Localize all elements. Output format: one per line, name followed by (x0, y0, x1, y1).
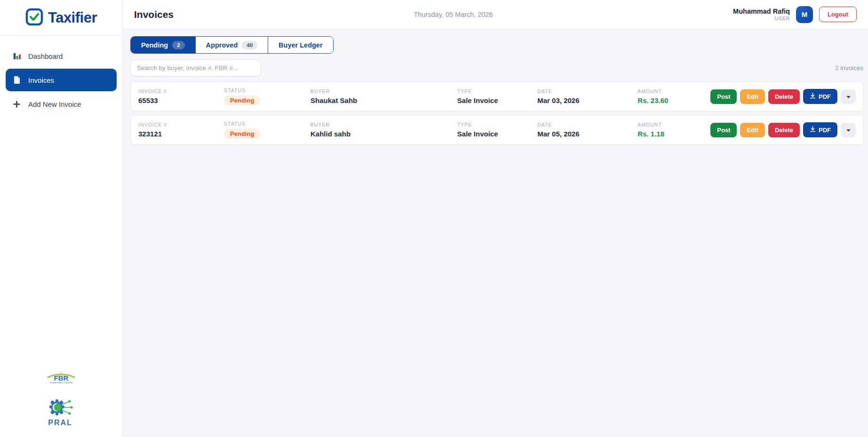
delete-button[interactable]: Delete (768, 123, 800, 137)
sidebar-item-label: Invoices (28, 76, 54, 84)
row-actions: Post Edit Delete PDF (710, 122, 856, 137)
tab-pending[interactable]: Pending 2 (131, 37, 196, 53)
avatar[interactable]: M (796, 6, 813, 23)
tab-label: Approved (206, 41, 238, 49)
edit-button[interactable]: Edit (740, 123, 765, 137)
user-role: USER (733, 16, 790, 22)
main: Invoices Thursday, 05 March, 2026 Muhamm… (123, 0, 868, 437)
logout-button[interactable]: Logout (819, 7, 857, 22)
status-cell: STATUS Pending (224, 87, 311, 105)
buyer-cell: BUYER Kahlid sahb (311, 122, 457, 138)
edit-button[interactable]: Edit (740, 89, 765, 104)
tab-approved-count-badge: 40 (242, 41, 257, 49)
buyer-cell: BUYER Shaukat Sahb (311, 88, 457, 104)
post-button[interactable]: Post (710, 123, 737, 137)
date-cell: DATE Mar 05, 2026 (537, 122, 637, 138)
tab-pending-count-badge: 2 (172, 41, 184, 49)
document-icon (12, 76, 21, 85)
date-cell: DATE Mar 03, 2026 (537, 88, 637, 104)
svg-text:FEDERAL BOARD OF REVENUE: FEDERAL BOARD OF REVENUE (50, 382, 72, 384)
page-title: Invoices (134, 9, 174, 20)
user-block: Muhammad Rafiq USER M Logout (733, 6, 857, 23)
invoice-row: INVOICE # 65533 STATUS Pending BUYER Sha… (130, 81, 864, 111)
status-cell: STATUS Pending (224, 121, 311, 139)
invoice-list: INVOICE # 65533 STATUS Pending BUYER Sha… (130, 81, 864, 145)
pral-circuit (62, 402, 71, 413)
invoice-number-cell: INVOICE # 323121 (138, 122, 224, 138)
tab-label: Pending (141, 41, 168, 49)
sidebar-item-add-new-invoice[interactable]: Add New Invoice (6, 94, 117, 114)
amount-cell: AMOUNT Rs. 23.60 (637, 88, 710, 104)
amount-cell: AMOUNT Rs. 1.18 (637, 122, 710, 138)
sidebar-item-label: Add New Invoice (28, 100, 81, 108)
bar-chart-icon (12, 52, 21, 61)
tab-label: Buyer Ledger (279, 41, 322, 49)
app-root: Taxifier Dashboard (0, 0, 868, 437)
delete-button[interactable]: Delete (768, 89, 800, 104)
sidebar-item-dashboard[interactable]: Dashboard (6, 46, 117, 66)
user-text: Muhammad Rafiq USER (733, 7, 790, 22)
invoice-number-cell: INVOICE # 65533 (138, 88, 224, 104)
header-date: Thursday, 05 March, 2026 (174, 11, 733, 18)
sidebar-footer: FBR FEDERAL BOARD OF REVENUE (0, 370, 122, 437)
chevron-down-icon (846, 93, 851, 100)
tab-buyer-ledger[interactable]: Buyer Ledger (268, 37, 333, 53)
type-cell: TYPE Sale Invoice (457, 122, 537, 138)
download-icon (810, 93, 816, 100)
tab-approved[interactable]: Approved 40 (196, 37, 268, 53)
status-badge: Pending (224, 129, 260, 139)
more-actions-button[interactable] (841, 89, 856, 104)
svg-text:FBR: FBR (54, 374, 69, 382)
sidebar-nav: Dashboard Invoices Add N (0, 36, 122, 114)
download-icon (810, 126, 816, 134)
app-logo-text: Taxifier (48, 9, 97, 26)
invoice-row: INVOICE # 323121 STATUS Pending BUYER Ka… (130, 115, 864, 145)
content: Pending 2 Approved 40 Buyer Ledger 2 inv… (123, 29, 868, 437)
sidebar-item-invoices[interactable]: Invoices (6, 69, 117, 91)
pral-gear (49, 399, 64, 415)
logo-checkbox-icon (25, 8, 43, 28)
pdf-button[interactable]: PDF (803, 89, 837, 104)
plus-icon (12, 100, 21, 109)
chevron-down-icon (846, 127, 851, 134)
sidebar-item-label: Dashboard (28, 52, 63, 60)
svg-text:PRAL: PRAL (48, 419, 72, 427)
user-name: Muhammad Rafiq (733, 7, 790, 16)
header: Invoices Thursday, 05 March, 2026 Muhamm… (123, 0, 868, 29)
status-badge: Pending (224, 95, 260, 105)
pral-logo: PRAL (48, 398, 74, 429)
post-button[interactable]: Post (710, 89, 737, 104)
pdf-button[interactable]: PDF (803, 122, 837, 137)
app-logo[interactable]: Taxifier (0, 0, 122, 35)
toolbar: 2 invoices (130, 60, 864, 76)
type-cell: TYPE Sale Invoice (457, 88, 537, 104)
tab-bar: Pending 2 Approved 40 Buyer Ledger (130, 36, 334, 54)
fbr-logo: FBR FEDERAL BOARD OF REVENUE (46, 370, 77, 388)
more-actions-button[interactable] (841, 123, 856, 137)
invoice-count: 2 invoices (835, 64, 864, 72)
row-actions: Post Edit Delete PDF (710, 89, 856, 104)
sidebar: Taxifier Dashboard (0, 0, 123, 437)
search-input[interactable] (130, 60, 261, 76)
